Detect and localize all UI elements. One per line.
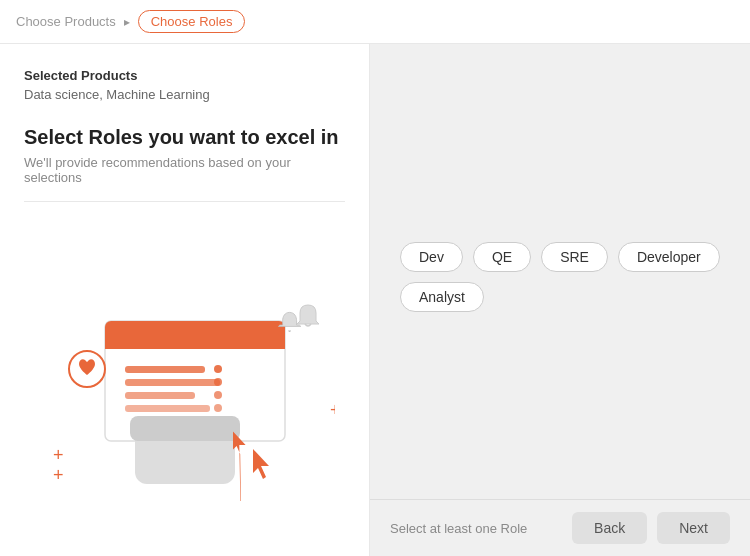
breadcrumb-bar: Choose Products ▸ Choose Roles bbox=[0, 0, 750, 44]
svg-rect-2 bbox=[105, 335, 285, 349]
illustration-area: + + + bbox=[24, 222, 345, 540]
selected-products-value: Data science, Machine Learning bbox=[24, 87, 345, 102]
svg-point-8 bbox=[214, 365, 222, 373]
footer-hint: Select at least one Role bbox=[390, 521, 527, 536]
svg-point-3 bbox=[290, 330, 300, 340]
roles-selection-area: Dev QE SRE Developer Analyst bbox=[370, 44, 750, 499]
page-title: Select Roles you want to excel in bbox=[24, 126, 345, 149]
svg-point-9 bbox=[214, 378, 222, 386]
svg-point-10 bbox=[214, 391, 222, 399]
svg-text:+: + bbox=[330, 400, 335, 420]
svg-marker-19 bbox=[253, 449, 269, 479]
roles-row-2: Analyst bbox=[400, 282, 720, 312]
back-button[interactable]: Back bbox=[572, 512, 647, 544]
breadcrumb-step1[interactable]: Choose Products bbox=[16, 14, 116, 29]
left-panel: Selected Products Data science, Machine … bbox=[0, 44, 370, 556]
footer-buttons: Back Next bbox=[572, 512, 730, 544]
svg-rect-14 bbox=[130, 416, 240, 441]
breadcrumb-step2[interactable]: Choose Roles bbox=[138, 10, 246, 33]
role-chip-analyst[interactable]: Analyst bbox=[400, 282, 484, 312]
roles-row-1: Dev QE SRE Developer bbox=[400, 242, 720, 272]
main-content: Selected Products Data science, Machine … bbox=[0, 44, 750, 556]
svg-rect-6 bbox=[125, 392, 195, 399]
divider bbox=[24, 201, 345, 202]
selected-products-label: Selected Products bbox=[24, 68, 345, 83]
role-chip-dev[interactable]: Dev bbox=[400, 242, 463, 272]
svg-point-11 bbox=[214, 404, 222, 412]
breadcrumb-arrow-icon: ▸ bbox=[124, 15, 130, 29]
right-panel: Dev QE SRE Developer Analyst Select at l… bbox=[370, 44, 750, 556]
page-subtitle: We'll provide recommendations based on y… bbox=[24, 155, 345, 185]
svg-text:+: + bbox=[53, 465, 64, 485]
role-chip-developer[interactable]: Developer bbox=[618, 242, 720, 272]
svg-rect-4 bbox=[125, 366, 205, 373]
next-button[interactable]: Next bbox=[657, 512, 730, 544]
footer: Select at least one Role Back Next bbox=[370, 499, 750, 556]
role-chip-qe[interactable]: QE bbox=[473, 242, 531, 272]
svg-rect-7 bbox=[125, 405, 210, 412]
svg-rect-5 bbox=[125, 379, 220, 386]
role-chip-sre[interactable]: SRE bbox=[541, 242, 608, 272]
svg-text:+: + bbox=[53, 445, 64, 465]
